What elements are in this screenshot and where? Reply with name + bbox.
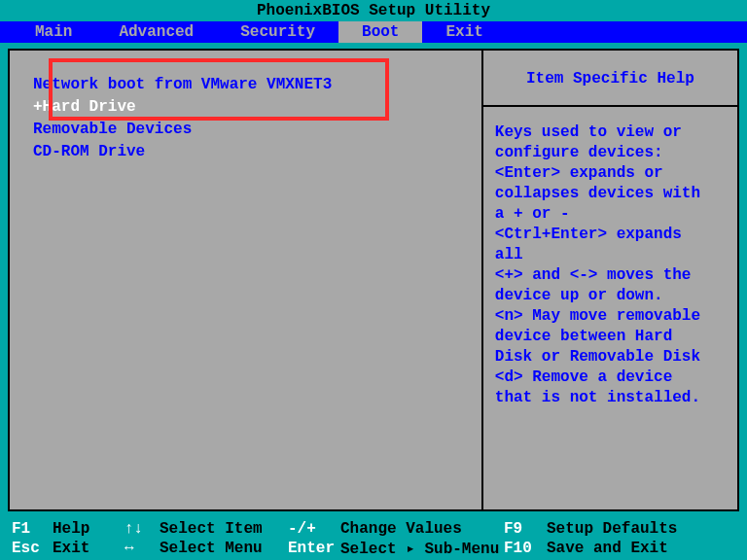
content-area: Network boot from VMware VMXNET3 +Hard D… [0,43,747,517]
label-exit: Exit [53,540,124,557]
title-bar: PhoenixBIOS Setup Utility [0,0,747,21]
key-f1: F1 [12,520,53,538]
footer-key-legend: F1 Help ↑↓ Select Item -/+ Change Values… [0,517,747,560]
key-esc: Esc [12,540,53,557]
action-select-item: Select Item [160,520,288,538]
app-title: PhoenixBIOS Setup Utility [257,2,490,19]
footer-row-1: F1 Help ↑↓ Select Item -/+ Change Values… [12,519,735,539]
action-select-submenu: Select ▸ Sub-Menu [340,539,504,558]
action-change-values: Change Values [340,520,504,538]
help-title: Item Specific Help [483,58,737,107]
boot-device-list[interactable]: Network boot from VMware VMXNET3 +Hard D… [25,74,466,163]
boot-item-hard-drive[interactable]: +Hard Drive [25,96,466,119]
menu-security[interactable]: Security [217,21,338,43]
key-f9: F9 [504,520,547,538]
key-plusminus: -/+ [288,520,340,538]
label-save-exit: Save and Exit [547,540,668,557]
menu-advanced[interactable]: Advanced [95,21,217,43]
label-setup-defaults: Setup Defaults [547,520,677,538]
arrows-leftright-icon: ↔ [124,540,160,557]
boot-item-network[interactable]: Network boot from VMware VMXNET3 [25,74,466,96]
help-panel: Item Specific Help Keys used to view or … [483,49,739,511]
boot-order-panel: Network boot from VMware VMXNET3 +Hard D… [8,49,483,511]
menu-main[interactable]: Main [12,21,95,43]
help-body: Keys used to view or configure devices: … [495,122,726,408]
key-f10: F10 [504,540,547,557]
menu-boot[interactable]: Boot [338,21,422,43]
boot-item-removable[interactable]: Removable Devices [25,119,466,141]
key-enter: Enter [288,540,340,557]
footer-row-2: Esc Exit ↔ Select Menu Enter Select ▸ Su… [12,539,735,558]
menu-exit[interactable]: Exit [422,21,506,43]
action-select-menu: Select Menu [160,540,288,557]
menu-bar: Main Advanced Security Boot Exit [0,21,747,43]
boot-item-cdrom[interactable]: CD-ROM Drive [25,141,466,163]
label-help: Help [53,520,124,538]
arrows-updown-icon: ↑↓ [124,520,160,538]
